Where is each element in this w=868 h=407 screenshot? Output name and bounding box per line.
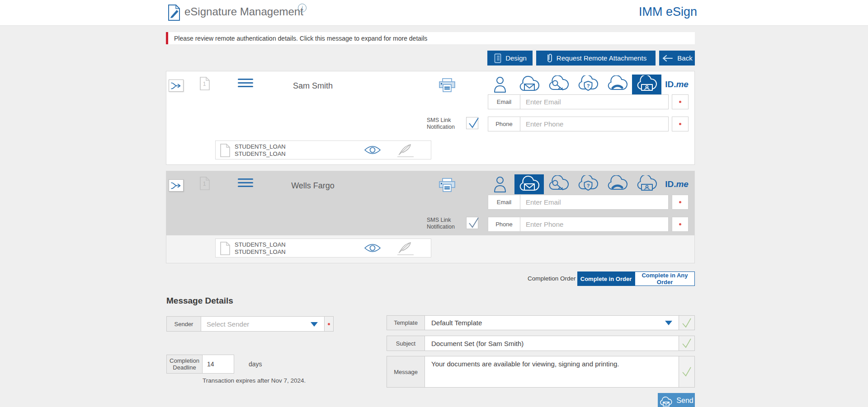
drag-handle-icon[interactable] [238, 178, 253, 188]
phone-field-row: Phone [488, 217, 669, 232]
drag-handle-icon[interactable] [238, 79, 253, 89]
email-required-marker [672, 195, 689, 210]
back-button[interactable]: Back [659, 51, 695, 65]
email-input[interactable] [520, 94, 669, 109]
phone-input[interactable] [520, 117, 669, 131]
email-field-row: Email [488, 94, 669, 109]
template-valid-marker [679, 315, 695, 330]
design-icon [493, 53, 501, 63]
chevron-down-icon [311, 322, 318, 327]
print-icon[interactable] [439, 78, 456, 94]
auth-email-cloud-icon[interactable] [514, 174, 544, 194]
completion-deadline-label: Completion Deadline [166, 355, 203, 374]
completion-deadline-input[interactable] [203, 355, 234, 374]
auth-security-question-cloud-icon[interactable]: ? [573, 75, 603, 94]
recipient-card: 1 Wells Fargo [166, 171, 695, 263]
svg-text:1: 1 [203, 181, 206, 187]
subject-value: Document Set (for Sam Smith) [431, 340, 524, 347]
sender-label: Sender [166, 316, 201, 332]
auth-access-code-cloud-icon[interactable] [544, 75, 573, 94]
preview-eye-icon[interactable] [364, 145, 381, 156]
sms-notification-checkbox[interactable] [466, 217, 478, 229]
completion-deadline-row: Completion Deadline days [166, 355, 262, 374]
email-input[interactable] [520, 195, 669, 210]
completion-order-row: Completion Order : Complete in Order Com… [166, 271, 695, 286]
page-title: eSignature Management [184, 5, 303, 18]
phone-required-marker [672, 117, 689, 131]
valid-check-icon [681, 338, 692, 349]
signature-quill-icon[interactable] [396, 143, 415, 159]
document-count-icon: 1 [199, 76, 211, 91]
request-remote-attachments-button[interactable]: Request Remote Attachments [536, 51, 656, 65]
esign-page: eSignature Management i IMM eSign Please… [0, 0, 868, 407]
auth-phone-call-cloud-icon[interactable] [603, 174, 632, 194]
auth-alert-banner[interactable]: Please review remote authentication deta… [166, 32, 695, 44]
subject-input[interactable]: Document Set (for Sam Smith) [425, 336, 679, 351]
recipient-card: 1 Sam Smith [166, 71, 695, 165]
complete-in-order-button[interactable]: Complete in Order [577, 271, 635, 286]
alert-text: Please review remote authentication deta… [174, 35, 427, 42]
main-content: Please review remote authentication deta… [166, 26, 695, 407]
complete-in-any-order-button[interactable]: Complete in Any Order [635, 271, 695, 286]
document-name: STUDENTS_LOAN [235, 150, 286, 158]
auth-person-icon[interactable] [485, 174, 514, 194]
auth-id-verification-cloud-icon[interactable] [632, 75, 661, 94]
auth-access-code-cloud-icon[interactable] [544, 174, 573, 194]
esignature-document-icon [167, 4, 181, 21]
sender-dropdown[interactable]: Select Sender [201, 316, 325, 332]
message-valid-marker [679, 356, 695, 388]
recipient-name: Wells Fargo [263, 181, 363, 191]
send-button[interactable]: Send [658, 393, 695, 407]
document-names: STUDENTS_LOAN STUDENTS_LOAN [235, 143, 286, 158]
svg-text:?: ? [586, 183, 590, 188]
template-row: Template Default Template [387, 315, 695, 330]
message-textarea[interactable]: Your documents are available for viewing… [425, 356, 679, 388]
reorder-recipient-button[interactable] [169, 179, 184, 192]
template-dropdown[interactable]: Default Template [425, 315, 679, 330]
merge-arrow-icon [170, 82, 182, 90]
subject-label: Subject [387, 336, 425, 351]
info-icon[interactable]: i [298, 4, 307, 12]
paperclip-icon [545, 53, 552, 64]
auth-email-cloud-icon[interactable] [514, 75, 544, 94]
email-field-row: Email [488, 195, 669, 210]
signature-quill-icon[interactable] [396, 241, 415, 257]
auth-id-verification-cloud-icon[interactable] [632, 174, 661, 194]
auth-phone-call-cloud-icon[interactable] [603, 75, 632, 94]
chevron-down-icon [665, 321, 672, 325]
checkmark-icon [467, 116, 480, 130]
back-arrow-icon [661, 55, 673, 62]
auth-method-row: ? ID.me [485, 174, 692, 195]
sms-notification-checkbox[interactable] [466, 117, 478, 129]
app-header: eSignature Management i IMM eSign [0, 0, 868, 26]
required-dot-icon [679, 223, 681, 225]
required-dot-icon [679, 123, 681, 125]
auth-person-icon[interactable] [485, 75, 514, 94]
document-page-icon [220, 143, 231, 158]
print-icon[interactable] [439, 178, 456, 194]
expiry-note: Transaction expires after Nov 7, 2024. [203, 377, 306, 384]
document-name: STUDENTS_LOAN [235, 241, 286, 248]
checkmark-icon [467, 216, 480, 229]
phone-label: Phone [488, 117, 520, 131]
preview-eye-icon[interactable] [364, 243, 381, 254]
idme-logo[interactable]: ID.me [661, 80, 692, 89]
phone-required-marker [672, 217, 689, 232]
required-dot-icon [679, 101, 681, 103]
sender-required-marker [325, 316, 334, 332]
recipient-card-header: 1 Wells Fargo [166, 171, 694, 235]
phone-label: Phone [488, 217, 520, 232]
idme-logo[interactable]: ID.me [661, 179, 692, 189]
message-details-heading: Message Details [166, 296, 233, 306]
design-button[interactable]: Design [487, 51, 533, 65]
merge-arrow-icon [170, 182, 182, 190]
document-name: STUDENTS_LOAN [235, 143, 286, 150]
auth-security-question-cloud-icon[interactable]: ? [573, 174, 603, 194]
document-count-icon: 1 [199, 176, 211, 191]
reorder-recipient-button[interactable] [169, 80, 184, 92]
phone-input[interactable] [520, 217, 669, 232]
svg-text:?: ? [586, 83, 590, 89]
sender-placeholder: Select Sender [207, 320, 249, 328]
completion-order-label: Completion Order : [528, 275, 579, 282]
sms-link-notification-label: SMS Link Notification [427, 117, 459, 131]
